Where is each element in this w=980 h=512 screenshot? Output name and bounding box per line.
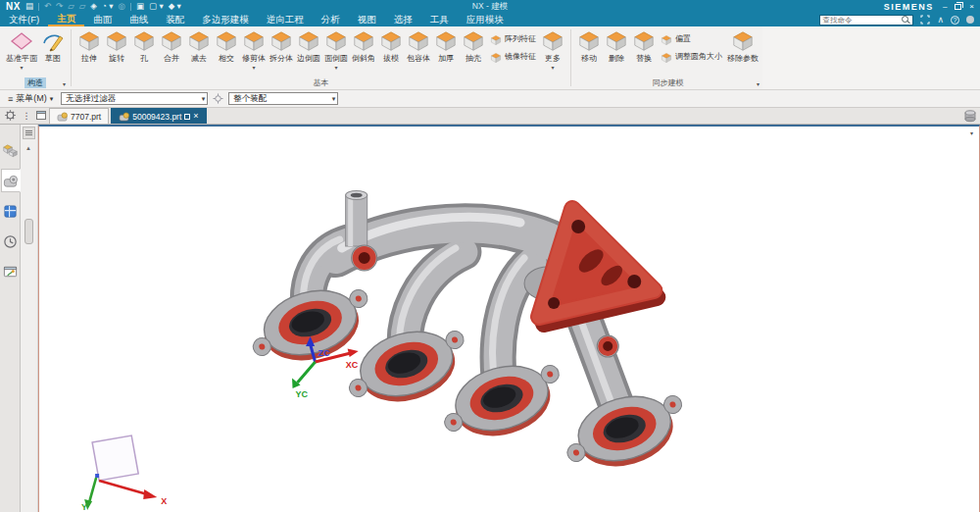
sketch-button[interactable]: 草图 xyxy=(39,28,67,64)
intersect-button[interactable]: 相交 xyxy=(213,28,240,64)
model-exhaust-manifold[interactable]: ZC XC YC X Y xyxy=(39,127,979,512)
tab-application[interactable]: 应用模块 xyxy=(458,13,513,26)
touch-mode-icon[interactable]: ◆ ▾ xyxy=(169,2,181,11)
revolve-icon xyxy=(105,29,128,53)
revolve-button[interactable]: 旋转 xyxy=(103,28,130,64)
chamfer-button[interactable]: 倒斜角 xyxy=(350,28,377,64)
command-finder xyxy=(819,15,913,26)
tab-selection[interactable]: 选择 xyxy=(385,13,421,26)
graphics-window[interactable]: ▾ xyxy=(38,125,980,512)
split-body-button[interactable]: 拆分体 xyxy=(268,28,295,64)
thicken-button[interactable]: 加厚 xyxy=(432,28,460,64)
fullscreen-icon[interactable] xyxy=(920,15,930,25)
datum-plane-button[interactable]: 基准平面 ▾ xyxy=(4,28,39,71)
tab-home[interactable]: 主页 xyxy=(48,13,84,26)
tab-file[interactable]: 文件(F) xyxy=(0,13,48,26)
tab-list-icon[interactable]: ⋮ xyxy=(23,111,31,121)
user-avatar[interactable] xyxy=(966,16,974,24)
float-window-icon[interactable] xyxy=(184,114,190,120)
restore-button[interactable] xyxy=(955,4,961,10)
remove-parameters-button[interactable]: 移除参数 xyxy=(725,28,760,64)
minimize-button[interactable]: – xyxy=(943,2,947,11)
copy-icon[interactable]: ▱ xyxy=(79,2,86,11)
unite-button[interactable]: 合并 xyxy=(158,28,185,64)
more-button[interactable]: 更多▾ xyxy=(539,28,566,71)
offset-region-button[interactable]: 偏置 xyxy=(661,32,722,44)
tab-polygon-modeling[interactable]: 多边形建模 xyxy=(193,13,258,26)
resize-blend-button[interactable]: 调整圆角大小 xyxy=(661,50,722,62)
menu-button[interactable]: ≡ 菜单(M) ▾ xyxy=(5,92,56,105)
shell-icon xyxy=(462,29,485,53)
redo-icon[interactable]: ↷ xyxy=(56,2,63,11)
edge-blend-button[interactable]: 边倒圆 xyxy=(295,28,322,64)
search-input[interactable] xyxy=(822,16,902,25)
part-file-icon xyxy=(119,112,129,122)
view-manipulation-icon[interactable] xyxy=(963,109,977,123)
save-icon[interactable]: ▤ xyxy=(25,2,33,11)
new-window-icon[interactable] xyxy=(36,111,46,120)
snap-point-icon[interactable] xyxy=(213,93,223,104)
visibility-icon[interactable]: ◔ ▾ xyxy=(102,2,114,11)
tab-curve[interactable]: 曲线 xyxy=(121,13,157,26)
trim-body-button[interactable]: 修剪体▾ xyxy=(240,28,268,71)
help-icon[interactable]: ? xyxy=(951,16,959,25)
resource-bar-splitter[interactable]: ▲ xyxy=(21,125,38,512)
delete-face-button[interactable]: 删除 xyxy=(603,28,630,64)
draft-button[interactable]: 拔模 xyxy=(377,28,405,64)
edge-blend-icon xyxy=(297,29,320,53)
splitter-handle[interactable] xyxy=(24,219,33,244)
ribbon-group-synchronous-modeling: 移动 删除 替换 偏置 调整圆角大小 移除参数 同步建模 ▾ xyxy=(573,26,762,89)
face-blend-button[interactable]: 面倒圆▾ xyxy=(322,28,350,71)
search-icon[interactable] xyxy=(902,16,910,25)
bounding-body-button[interactable]: 包容体 xyxy=(405,28,432,64)
sidebar-item-part-navigator[interactable] xyxy=(1,169,21,192)
collapse-arrow-icon[interactable]: ▲ xyxy=(25,145,31,151)
splitter-grip-icon[interactable] xyxy=(23,127,35,139)
selection-filter-dropdown[interactable]: 无选择过滤器 ▾ xyxy=(61,92,208,105)
replace-face-button[interactable]: 替换 xyxy=(630,28,658,64)
roles-gear-icon[interactable] xyxy=(4,109,17,122)
dropdown-caret-icon[interactable]: ▾ xyxy=(252,65,255,71)
sidebar-item-history[interactable] xyxy=(0,230,20,253)
tab-assemblies[interactable]: 装配 xyxy=(157,13,193,26)
subtract-button[interactable]: 减去 xyxy=(185,28,213,64)
cut-icon[interactable]: ▱ xyxy=(68,2,74,11)
extrude-button[interactable]: 拉伸 xyxy=(75,28,103,64)
window-layout-icon[interactable]: ▢ ▾ xyxy=(149,2,164,11)
undo-icon[interactable]: ↶ xyxy=(44,2,51,11)
close-button[interactable]: × xyxy=(969,2,974,11)
move-face-button[interactable]: 移动 xyxy=(575,28,603,64)
hole-button[interactable]: 孔 xyxy=(130,28,158,64)
dropdown-caret-icon[interactable]: ▾ xyxy=(334,65,337,71)
tab-reverse-engineering[interactable]: 逆向工程 xyxy=(258,13,313,26)
tab-surface[interactable]: 曲面 xyxy=(84,13,121,26)
tab-analysis[interactable]: 分析 xyxy=(313,13,349,26)
sidebar-item-reuse-library[interactable] xyxy=(0,199,20,223)
repeat-command-icon[interactable]: ◎ xyxy=(119,2,125,11)
boss-ring xyxy=(356,249,373,267)
dropdown-caret-icon[interactable]: ▾ xyxy=(20,65,23,71)
remove-parameters-icon xyxy=(731,29,755,53)
group-dialog-caret-icon[interactable]: ▾ xyxy=(63,80,66,87)
window-switch-icon[interactable]: ▣ xyxy=(136,2,144,11)
close-tab-icon[interactable]: × xyxy=(193,112,198,121)
shell-button[interactable]: 抽壳 xyxy=(460,28,487,64)
sidebar-item-web-browser[interactable] xyxy=(0,260,20,283)
dropdown-caret-icon[interactable]: ▾ xyxy=(551,65,554,71)
tab-view[interactable]: 视图 xyxy=(349,13,385,26)
tab-tools[interactable]: 工具 xyxy=(421,13,458,26)
minimize-ribbon-icon[interactable]: ∧ xyxy=(937,16,944,25)
datum-csys[interactable]: X Y xyxy=(81,435,167,512)
resource-bar xyxy=(0,125,21,512)
chevron-down-icon: ▾ xyxy=(199,95,206,103)
draft-icon xyxy=(379,29,403,53)
part-tab-7707[interactable]: 7707.prt xyxy=(49,108,109,124)
part-tab-50009423[interactable]: 50009423.prt × xyxy=(111,108,206,124)
snapshot-icon[interactable]: ◈ xyxy=(90,2,97,11)
mirror-feature-button[interactable]: 镜像特征 xyxy=(490,50,536,62)
sidebar-item-assembly-navigator[interactable] xyxy=(0,138,20,162)
pattern-feature-button[interactable]: 阵列特征 xyxy=(490,32,536,44)
boss-ring xyxy=(601,339,615,354)
selection-scope-dropdown[interactable]: 整个装配 ▾ xyxy=(228,92,338,105)
group-dialog-caret-icon[interactable]: ▾ xyxy=(757,80,760,87)
